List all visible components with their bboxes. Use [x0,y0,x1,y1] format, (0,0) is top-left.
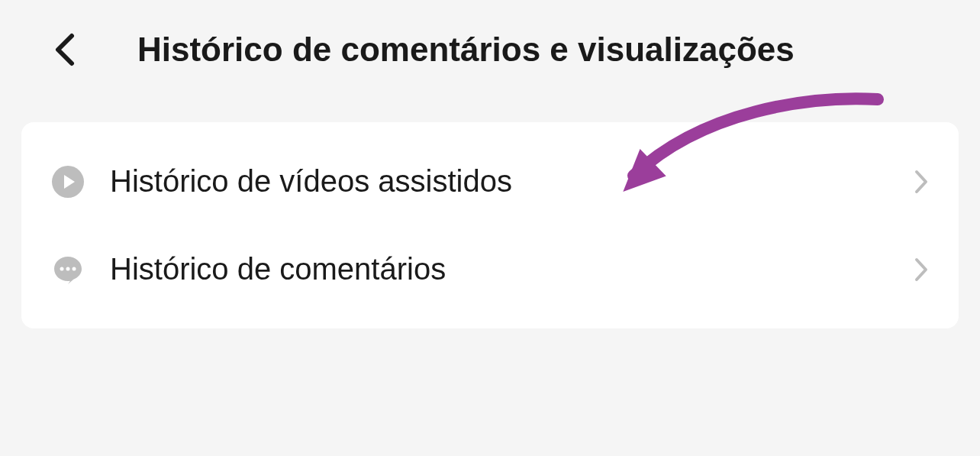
item-label: Histórico de vídeos assistidos [110,164,914,199]
comment-history-item[interactable]: Histórico de comentários [21,225,959,313]
comment-icon [52,254,84,286]
item-label: Histórico de comentários [110,252,914,286]
header: Histórico de comentários e visualizações [0,0,980,99]
watch-history-item[interactable]: Histórico de vídeos assistidos [21,137,959,225]
back-button[interactable] [46,31,84,69]
chevron-right-icon [914,257,928,282]
chevron-right-icon [914,170,928,194]
chevron-left-icon [55,33,75,66]
play-icon [52,166,84,198]
svg-point-1 [60,267,64,270]
svg-point-2 [66,267,70,270]
settings-card: Histórico de vídeos assistidos Histórico… [21,122,959,328]
page-title: Histórico de comentários e visualizações [137,31,795,69]
svg-point-3 [73,267,76,270]
